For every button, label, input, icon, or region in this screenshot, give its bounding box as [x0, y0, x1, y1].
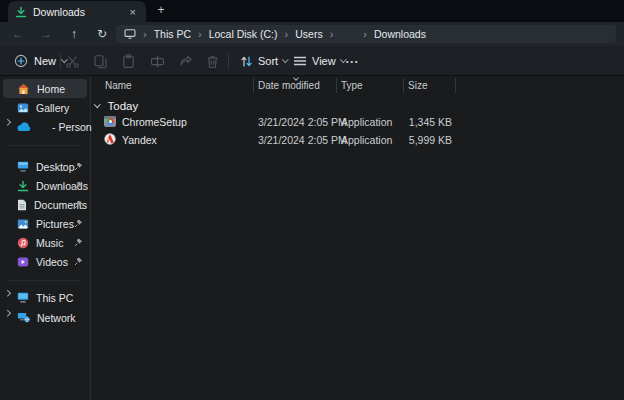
- sidebar-item-label: Music: [36, 237, 63, 249]
- new-button-label: New: [34, 55, 56, 67]
- toolbar-divider: [60, 53, 61, 69]
- tab-downloads[interactable]: Downloads ×: [8, 1, 146, 22]
- file-row-yandex[interactable]: Yandex 3/21/2024 2:05 PM Application 5,9…: [92, 130, 624, 148]
- see-more-button[interactable]: •••: [340, 50, 365, 72]
- sidebar-item-network[interactable]: Network: [3, 308, 87, 327]
- command-toolbar: New Sort: [0, 46, 624, 76]
- sidebar-item-label: Home: [37, 83, 65, 95]
- up-button[interactable]: ↑: [62, 24, 86, 44]
- pin-icon: [74, 257, 83, 266]
- breadcrumb-this-pc[interactable]: This PC: [154, 28, 191, 40]
- breadcrumb-separator: ›: [330, 29, 334, 40]
- breadcrumb-downloads[interactable]: Downloads: [374, 28, 426, 40]
- column-divider[interactable]: [253, 78, 254, 93]
- sidebar-item-this-pc[interactable]: This PC: [3, 288, 87, 307]
- file-list-pane: Name Date modified Type Size Today Chrom…: [92, 76, 624, 400]
- sidebar-item-label: This PC: [36, 292, 73, 304]
- sort-button[interactable]: Sort: [234, 50, 294, 72]
- pin-icon: [74, 162, 83, 171]
- breadcrumb-users[interactable]: Users: [295, 28, 322, 40]
- monitor-icon: [124, 29, 136, 39]
- share-button[interactable]: [177, 53, 193, 69]
- chevron-right-icon[interactable]: [4, 310, 10, 316]
- desktop-icon: [17, 161, 29, 172]
- new-tab-button[interactable]: +: [152, 3, 170, 19]
- cut-button[interactable]: [64, 53, 80, 69]
- delete-button[interactable]: [204, 53, 220, 69]
- sidebar-item-label: Videos: [36, 256, 68, 268]
- sidebar-item-label: Desktop: [36, 161, 75, 173]
- sidebar-item-label: Gallery: [36, 102, 69, 114]
- sidebar-item-label: Network: [37, 312, 76, 324]
- pin-icon: [74, 219, 83, 228]
- column-headers: Name Date modified Type Size: [92, 76, 624, 95]
- plus-circle-icon: [14, 54, 28, 68]
- file-size: 5,999 KB: [380, 134, 452, 146]
- tab-close-button[interactable]: ×: [127, 6, 139, 18]
- chevron-right-icon[interactable]: [4, 119, 10, 125]
- column-header-name[interactable]: Name: [105, 80, 132, 91]
- breadcrumb-separator: ›: [143, 29, 147, 40]
- navigation-bar: ← → ↑ ↻ › This PC › Local Disk (C:) › Us…: [0, 22, 624, 46]
- tab-title: Downloads: [33, 6, 121, 18]
- document-icon: [17, 199, 27, 211]
- network-icon: [17, 312, 30, 323]
- column-divider[interactable]: [455, 78, 456, 93]
- sidebar-item-documents[interactable]: Documents: [3, 195, 87, 214]
- this-pc-icon: [17, 292, 29, 303]
- group-header-label: Today: [108, 100, 139, 112]
- navigation-pane: Home Gallery - Personal Desktop: [0, 76, 91, 400]
- file-date-modified: 3/21/2024 2:05 PM: [258, 116, 347, 128]
- sidebar-item-music[interactable]: Music: [3, 233, 87, 252]
- view-button-label: View: [312, 55, 336, 67]
- music-icon: [17, 237, 29, 249]
- yandex-app-icon: [104, 133, 116, 145]
- back-button[interactable]: ←: [6, 24, 30, 44]
- forward-button[interactable]: →: [34, 24, 58, 44]
- download-icon: [17, 180, 29, 192]
- column-divider[interactable]: [336, 78, 337, 93]
- paste-button[interactable]: [120, 53, 136, 69]
- breadcrumb-separator: ›: [198, 29, 202, 40]
- pin-icon: [74, 238, 83, 247]
- sidebar-item-desktop[interactable]: Desktop: [3, 157, 87, 176]
- sidebar-item-onedrive-personal[interactable]: - Personal: [3, 117, 87, 136]
- sidebar-separator: [8, 280, 82, 281]
- home-icon: [17, 83, 30, 95]
- copy-button[interactable]: [92, 53, 108, 69]
- pin-icon: [74, 200, 83, 209]
- column-header-date-modified[interactable]: Date modified: [258, 80, 320, 91]
- installer-file-icon: [104, 115, 116, 127]
- breadcrumb-separator: ›: [285, 29, 289, 40]
- breadcrumb-local-disk[interactable]: Local Disk (C:): [209, 28, 278, 40]
- sidebar-item-pictures[interactable]: Pictures: [3, 214, 87, 233]
- sidebar-separator: [8, 145, 82, 146]
- sidebar-item-label: Pictures: [36, 218, 74, 230]
- gallery-icon: [17, 102, 29, 114]
- file-size: 1,345 KB: [380, 116, 452, 128]
- rename-button[interactable]: [149, 53, 165, 69]
- sidebar-item-videos[interactable]: Videos: [3, 252, 87, 271]
- onedrive-cloud-icon: [17, 122, 31, 132]
- address-bar[interactable]: › This PC › Local Disk (C:) › Users › › …: [116, 25, 616, 43]
- sidebar-item-gallery[interactable]: Gallery: [3, 98, 87, 117]
- file-row-chromesetup[interactable]: ChromeSetup 3/21/2024 2:05 PM Applicatio…: [92, 112, 624, 130]
- chevron-down-icon[interactable]: [94, 101, 100, 107]
- breadcrumb-separator: ›: [363, 29, 367, 40]
- file-name[interactable]: Yandex: [122, 134, 157, 146]
- videos-icon: [17, 256, 29, 268]
- view-lines-icon: [293, 55, 307, 67]
- column-header-size[interactable]: Size: [408, 80, 427, 91]
- file-name[interactable]: ChromeSetup: [122, 116, 187, 128]
- chrome-logo-icon: [107, 118, 114, 125]
- sidebar-item-home[interactable]: Home: [3, 79, 87, 98]
- chevron-right-icon[interactable]: [4, 290, 10, 296]
- column-divider[interactable]: [403, 78, 404, 93]
- pin-icon: [74, 181, 83, 190]
- download-icon: [15, 6, 27, 18]
- file-explorer-window: Downloads × + ← → ↑ ↻ › This PC › Local …: [0, 0, 624, 400]
- pictures-icon: [17, 218, 29, 230]
- sidebar-item-downloads[interactable]: Downloads: [3, 176, 87, 195]
- column-header-type[interactable]: Type: [341, 80, 363, 91]
- refresh-button[interactable]: ↻: [90, 24, 114, 44]
